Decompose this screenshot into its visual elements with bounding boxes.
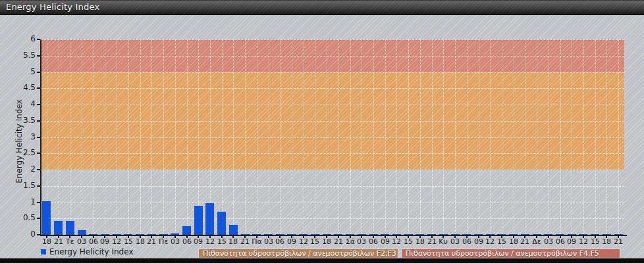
v-gridline — [396, 39, 397, 235]
ehi-bar — [194, 206, 203, 235]
y-tick-label: 5.5 — [13, 51, 36, 60]
v-gridline — [140, 39, 141, 235]
v-gridline — [338, 39, 339, 235]
x-axis-line — [40, 235, 627, 236]
legend-label: Energy Helicity Index — [49, 247, 134, 256]
chart-area: Energy Helicity Index Energy Helicity In… — [0, 0, 644, 263]
ehi-bar — [182, 226, 191, 235]
v-gridline — [163, 39, 164, 235]
v-gridline — [420, 39, 421, 235]
v-gridline — [280, 39, 281, 235]
v-gridline — [105, 39, 105, 235]
y-tick-label: 5 — [13, 67, 36, 76]
y-tick-label: 2.5 — [13, 148, 36, 157]
window-bottom-edge — [0, 258, 644, 263]
v-gridline — [572, 39, 572, 235]
v-gridline — [117, 39, 117, 235]
ehi-widget-window: Energy Helicity Index Energy Helicity In… — [0, 0, 644, 263]
v-gridline — [618, 39, 619, 235]
v-gridline — [606, 39, 607, 235]
v-gridline — [315, 39, 315, 235]
y-tick-label: 6 — [13, 34, 36, 43]
v-gridline — [269, 39, 269, 235]
v-gridline — [537, 39, 537, 235]
v-gridline — [292, 39, 292, 235]
y-tick-label: 0.5 — [13, 213, 36, 222]
y-axis-line — [40, 39, 41, 236]
v-gridline — [443, 39, 444, 235]
v-gridline — [304, 39, 304, 235]
ehi-bar — [229, 225, 238, 235]
y-tick-label: 3 — [13, 132, 36, 141]
v-gridline — [245, 39, 246, 235]
chart-legend: Energy Helicity Index — [41, 245, 134, 254]
v-gridline — [327, 39, 327, 235]
v-gridline — [595, 39, 596, 235]
ehi-bar — [217, 212, 226, 235]
y-tick-label: 1 — [13, 197, 36, 206]
v-gridline — [583, 39, 584, 235]
v-gridline — [82, 39, 82, 235]
v-gridline — [222, 39, 223, 235]
v-gridline — [187, 39, 188, 235]
v-gridline — [151, 39, 152, 235]
v-gridline — [362, 39, 362, 235]
v-gridline — [233, 39, 234, 235]
v-gridline — [257, 39, 257, 235]
x-tick-label: 21 — [609, 237, 628, 246]
v-gridline — [175, 39, 176, 235]
v-gridline — [502, 39, 502, 235]
v-gridline — [514, 39, 514, 235]
ehi-bar — [78, 230, 86, 235]
v-gridline — [70, 39, 70, 235]
v-gridline — [432, 39, 433, 235]
ehi-bar — [42, 201, 51, 235]
ehi-bar — [205, 203, 214, 235]
y-tick-label: 4 — [13, 99, 36, 108]
y-tick-label: 3.5 — [13, 116, 36, 125]
v-gridline — [408, 39, 409, 235]
v-gridline — [59, 39, 59, 235]
v-gridline — [350, 39, 351, 235]
v-gridline — [94, 39, 94, 235]
v-gridline — [385, 39, 386, 235]
legend-swatch-icon — [41, 249, 46, 254]
v-gridline — [128, 39, 129, 235]
v-gridline — [525, 39, 525, 235]
y-tick-label: 2 — [13, 164, 36, 174]
v-gridline — [479, 39, 479, 235]
v-gridline — [373, 39, 374, 235]
v-gridline — [490, 39, 491, 235]
v-gridline — [549, 39, 549, 235]
ehi-bar — [66, 221, 74, 235]
badge-tornado-probability-f2f3: Πιθανότητα υδροστρόβιλων / ανεμοστρόβιλω… — [198, 249, 398, 258]
y-tick-label: 4.5 — [13, 83, 36, 92]
badge-tornado-probability-f4f5: Πιθανότητα υδροστρόβιλων / ανεμοστρόβιλω… — [401, 249, 620, 258]
y-tick-label: 1.5 — [13, 181, 36, 190]
v-gridline — [467, 39, 468, 235]
y-tick-label: 0 — [13, 229, 36, 239]
v-gridline — [455, 39, 456, 235]
v-gridline — [560, 39, 561, 235]
ehi-bar — [54, 221, 63, 235]
